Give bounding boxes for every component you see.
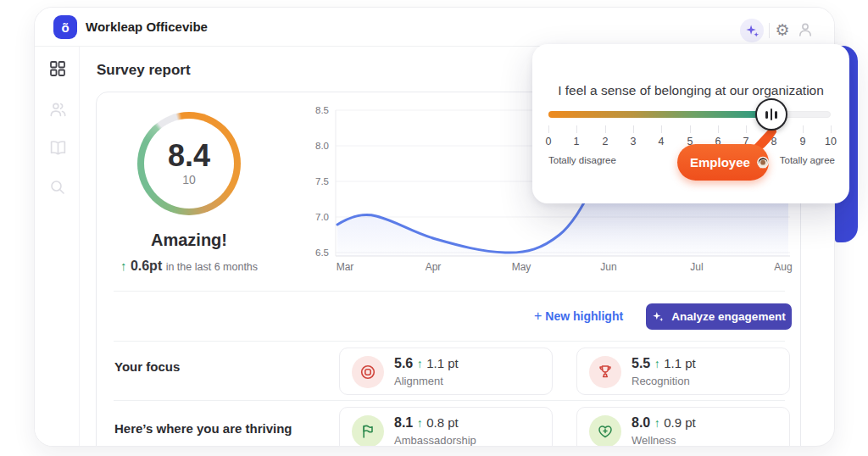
slider-tick [605, 125, 606, 133]
engagement-score-gauge: 8.4 10 [137, 112, 241, 215]
metric-name: Wellness [632, 434, 676, 447]
y-tick-label: 8.5 [315, 105, 329, 115]
page: õ Workleap Officevibe ⚙ [0, 0, 868, 456]
slider-tick [831, 125, 832, 133]
flag-icon [352, 415, 384, 447]
scale-number: 9 [793, 136, 812, 147]
heart-plus-icon [589, 415, 621, 447]
metric-name: Recognition [632, 375, 690, 387]
chart-x-axis: Mar Apr May Jun Jul Aug [337, 261, 793, 273]
x-tick-label: Aug [774, 261, 792, 273]
metric-name: Ambassadorship [394, 434, 476, 447]
y-tick-label: 6.5 [315, 247, 329, 258]
employee-badge[interactable]: Employee [677, 144, 769, 181]
metric-card-ambassadorship[interactable]: 8.1 ↑ 0.8 pt Ambassadorship [339, 407, 553, 447]
up-arrow-icon: ↑ [417, 416, 423, 430]
answer-slider-fill [548, 111, 771, 118]
metric-card-recognition[interactable]: 5.5 ↑ 1.1 pt Recognition [576, 348, 790, 395]
trend-value: 0.6pt [131, 259, 162, 273]
slider-tick [690, 125, 691, 133]
max-scale-label: Totally agree [780, 155, 835, 165]
user-icon[interactable] [794, 19, 816, 41]
people-icon [49, 101, 67, 119]
survey-question-card: I feel a sense of belonging at our organ… [532, 44, 849, 203]
slider-tick [746, 125, 747, 133]
ai-sparkle-icon[interactable] [740, 19, 764, 42]
slider-tick [633, 125, 634, 133]
up-arrow-icon: ↑ [417, 357, 423, 370]
sparkle-glyph [745, 24, 760, 38]
y-tick-label: 7.0 [315, 212, 329, 222]
trophy-icon [589, 356, 621, 388]
slider-tick [718, 125, 719, 133]
section-label-thriving: Here’s where you are thriving [114, 421, 292, 436]
x-tick-label: May [512, 261, 531, 273]
sidebar [35, 47, 80, 446]
new-highlight-button[interactable]: +New highlight [534, 309, 623, 324]
officevibe-logo: õ [53, 15, 77, 39]
y-tick-label: 8.0 [315, 141, 329, 151]
top-bar: õ Workleap Officevibe ⚙ [35, 8, 834, 47]
logo-glyph: õ [61, 20, 69, 35]
metric-name: Alignment [394, 375, 443, 387]
min-scale-label: Totally disagree [548, 155, 616, 165]
x-tick-label: Mar [337, 261, 354, 273]
slider-tick [576, 125, 577, 133]
trend-suffix: in the last 6 months [166, 261, 258, 273]
score-sentiment: Amazing! [97, 231, 281, 250]
app-title: Workleap Officevibe [86, 8, 208, 47]
scale-number: 1 [567, 136, 586, 147]
employee-badge-label: Employee [690, 155, 750, 170]
separator [114, 291, 785, 292]
sidebar-item-search[interactable] [47, 177, 68, 197]
page-title: Survey report [97, 62, 191, 79]
x-tick-label: Jun [600, 261, 616, 273]
slider-tick [661, 125, 662, 133]
scale-number: 2 [596, 136, 615, 147]
plus-icon: + [534, 309, 542, 323]
section-label-your-focus: Your focus [114, 359, 180, 374]
score-value: 8.4 [168, 141, 210, 171]
alignment-target-icon [352, 356, 384, 388]
sidebar-item-dashboard[interactable] [47, 58, 68, 79]
slider-tick [548, 125, 549, 133]
x-tick-label: Apr [426, 261, 442, 273]
employee-avatar [757, 148, 769, 176]
scale-number: 4 [652, 136, 670, 147]
separator [114, 341, 785, 342]
search-icon [49, 179, 66, 196]
score-max: 10 [182, 173, 196, 186]
sparkle-icon [652, 310, 665, 323]
scale-number: 3 [624, 136, 643, 147]
up-arrow-icon: ↑ [654, 357, 660, 370]
score-trend: ↑ 0.6pt in the last 6 months [97, 259, 281, 274]
survey-question-text: I feel a sense of belonging at our organ… [539, 83, 843, 98]
y-tick-label: 7.5 [315, 176, 329, 186]
topbar-divider [769, 23, 770, 38]
metric-card-wellness[interactable]: 8.0 ↑ 0.9 pt Wellness [576, 407, 790, 447]
scale-number: 0 [539, 136, 558, 147]
book-icon [49, 139, 67, 157]
sidebar-item-team[interactable] [47, 99, 68, 120]
gear-icon[interactable]: ⚙ [771, 19, 793, 41]
separator [114, 400, 785, 401]
grid-icon [49, 60, 66, 77]
sidebar-item-library[interactable] [47, 137, 68, 158]
trend-up-arrow-icon: ↑ [120, 259, 127, 273]
up-arrow-icon: ↑ [654, 416, 660, 430]
slider-tick [803, 125, 804, 133]
chart-y-axis: 8.5 8.0 7.5 7.0 6.5 [315, 105, 329, 258]
analyze-engagement-button[interactable]: Analyze engagement [646, 303, 792, 330]
slider-handle[interactable] [755, 98, 787, 131]
scale-number: 10 [821, 136, 840, 147]
x-tick-label: Jul [690, 261, 703, 273]
metric-card-alignment[interactable]: 5.6 ↑ 1.1 pt Alignment [339, 348, 553, 395]
